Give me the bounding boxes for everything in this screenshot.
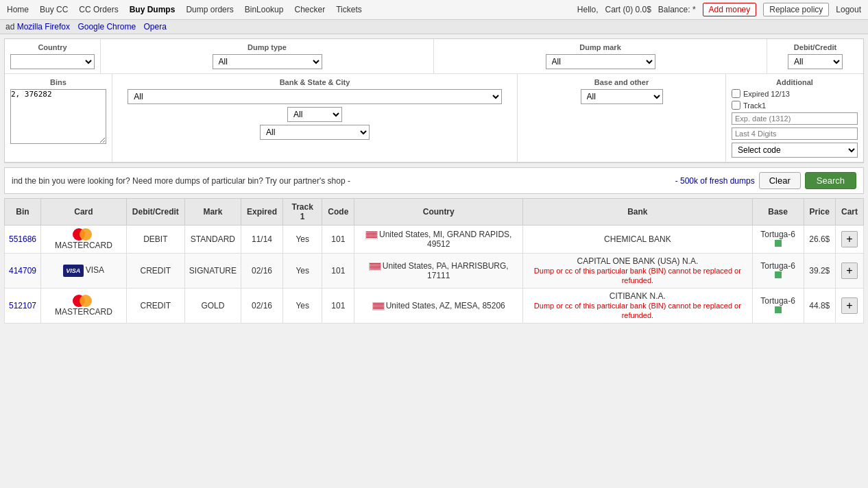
base-status-dot: [775, 271, 782, 278]
bank-warning: Dump or cc of this particular bank (BIN)…: [534, 302, 741, 319]
hello-text: Hello,: [577, 5, 599, 14]
filter-row-2: Bins 2, 376282 Bank & State & City All A…: [5, 74, 863, 162]
add-to-cart-button[interactable]: +: [841, 231, 858, 247]
cell-code: 101: [322, 225, 354, 254]
cell-track1: Yes: [283, 254, 322, 289]
base-select[interactable]: All: [581, 89, 663, 104]
col-card: Card: [41, 199, 127, 225]
expired-checkbox[interactable]: [732, 89, 740, 98]
dump-mark-select[interactable]: All: [546, 54, 655, 69]
fresh-dumps-link[interactable]: - 500k of fresh dumps: [675, 176, 755, 186]
col-country: Country: [354, 199, 523, 225]
table-header: Bin Card Debit/Credit Mark Expired Track…: [5, 199, 864, 225]
dump-mark-label: Dump mark: [439, 43, 761, 51]
country-select[interactable]: [10, 54, 95, 69]
exp-date-input[interactable]: [732, 112, 858, 125]
dump-mark-cell: Dump mark All: [434, 39, 767, 73]
cell-expired: 02/16: [241, 289, 282, 324]
cell-price: 26.6$: [804, 225, 835, 254]
cell-expired: 02/16: [241, 254, 282, 289]
nav-checker[interactable]: Checker: [294, 5, 325, 14]
add-to-cart-button[interactable]: +: [841, 263, 858, 279]
base-name: Tortuga-6: [760, 296, 795, 306]
col-bank: Bank: [523, 199, 753, 225]
track1-row: Track1: [732, 101, 858, 110]
cell-card: MASTERCARD: [41, 289, 127, 324]
results-table: Bin Card Debit/Credit Mark Expired Track…: [4, 198, 864, 324]
logout-link[interactable]: Logout: [836, 5, 861, 14]
table-row: 551686 MASTERCARDDEBITSTANDARD11/14Yes10…: [5, 225, 864, 254]
flag-icon: [365, 231, 378, 239]
expired-row: Expired 12/13: [732, 89, 858, 98]
cell-track1: Yes: [283, 289, 322, 324]
col-bin: Bin: [5, 199, 41, 225]
bins-textarea[interactable]: 2, 376282: [10, 89, 106, 144]
select-code-dropdown[interactable]: Select code: [732, 143, 858, 158]
col-debit-credit: Debit/Credit: [126, 199, 184, 225]
debit-credit-select[interactable]: All: [788, 54, 843, 69]
nav-cc-orders[interactable]: CC Orders: [79, 5, 118, 14]
track1-label: Track1: [743, 101, 766, 110]
nav-buy-cc[interactable]: Buy CC: [40, 5, 68, 14]
cell-mark: SIGNATURE: [184, 254, 241, 289]
search-button[interactable]: Search: [805, 172, 856, 189]
cell-cart: +: [835, 254, 863, 289]
nav-tickets[interactable]: Tickets: [336, 5, 362, 14]
cell-debit-credit: CREDIT: [126, 289, 184, 324]
bin-link[interactable]: 512107: [9, 301, 36, 310]
dump-type-cell: Dump type All: [101, 39, 434, 73]
bank-select[interactable]: All: [128, 89, 501, 104]
country-label: Country: [10, 43, 95, 51]
cell-code: 101: [322, 254, 354, 289]
cell-card: MASTERCARD: [41, 225, 127, 254]
debit-credit-value: CREDIT: [141, 266, 171, 276]
debit-credit-label: Debit/Credit: [773, 43, 858, 51]
cell-base: Tortuga-6: [752, 254, 804, 289]
bank-state-cell: Bank & State & City All All All: [112, 74, 518, 162]
chrome-link[interactable]: Google Chrome: [77, 22, 136, 32]
promo-bar: ind the bin you were looking for? Need m…: [4, 167, 864, 194]
top-navigation: Home Buy CC CC Orders Buy Dumps Dump ord…: [0, 0, 868, 20]
track1-checkbox[interactable]: [732, 101, 740, 110]
nav-dump-orders[interactable]: Dump orders: [186, 5, 233, 14]
dump-type-select[interactable]: All: [213, 54, 322, 69]
cell-cart: +: [835, 225, 863, 254]
cell-base: Tortuga-6: [752, 289, 804, 324]
bins-cell: Bins 2, 376282: [5, 74, 112, 162]
cell-mark: STANDARD: [184, 225, 241, 254]
bin-link[interactable]: 551686: [9, 234, 36, 244]
col-track1: Track 1: [283, 199, 322, 225]
bank-state-label: Bank & State & City: [118, 78, 511, 86]
opera-link[interactable]: Opera: [143, 22, 166, 32]
city-select[interactable]: All: [260, 125, 370, 140]
last4-input[interactable]: [732, 127, 858, 140]
firefox-link[interactable]: Mozilla Firefox: [17, 22, 70, 32]
add-to-cart-button[interactable]: +: [841, 297, 858, 314]
cell-cart: +: [835, 289, 863, 324]
base-name: Tortuga-6: [760, 261, 795, 271]
base-name: Tortuga-6: [760, 230, 795, 239]
base-cell: Base and other All: [518, 74, 726, 162]
cell-card: VISAVISA: [41, 254, 127, 289]
state-select[interactable]: All: [287, 107, 342, 122]
card-label: VISA: [86, 265, 104, 275]
nav-buy-dumps[interactable]: Buy Dumps: [130, 5, 176, 14]
cell-code: 101: [322, 289, 354, 324]
replace-policy-button[interactable]: Replace policy: [763, 3, 829, 16]
cell-mark: GOLD: [184, 289, 241, 324]
debit-credit-cell: Debit/Credit All: [767, 39, 863, 73]
clear-button[interactable]: Clear: [759, 172, 801, 189]
cell-base: Tortuga-6: [752, 225, 804, 254]
nav-bin-lookup[interactable]: BinLookup: [245, 5, 284, 14]
cell-expired: 11/14: [241, 225, 282, 254]
add-money-button[interactable]: Add money: [703, 3, 757, 16]
bin-link[interactable]: 414709: [9, 266, 36, 276]
cell-bin: 512107: [5, 289, 41, 324]
base-status-dot: [775, 306, 782, 313]
card-label: MASTERCARD: [55, 307, 112, 317]
base-label: Base and other: [523, 78, 720, 86]
debit-credit-value: DEBIT: [143, 234, 167, 244]
promo-prefix: ind the bin you were looking for? Need m…: [12, 176, 350, 186]
cell-bank: CHEMICAL BANK: [523, 225, 753, 254]
nav-home[interactable]: Home: [7, 5, 29, 14]
